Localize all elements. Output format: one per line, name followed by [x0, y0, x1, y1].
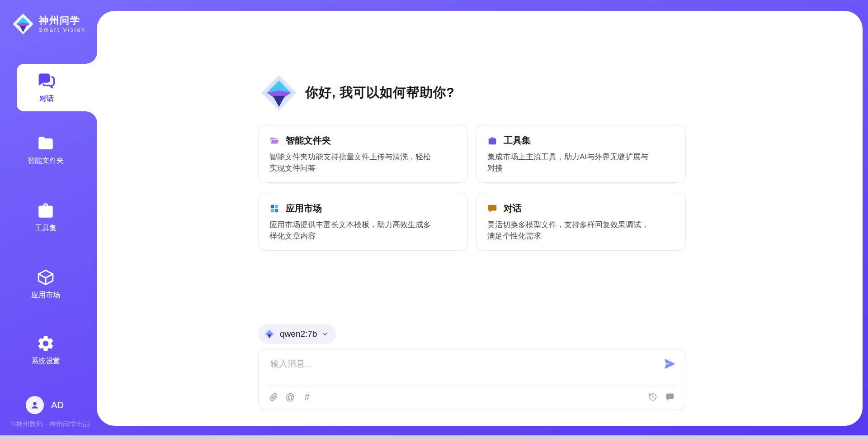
chat-icon [37, 72, 57, 91]
model-selector[interactable]: qwen2:7b [258, 324, 336, 344]
card-description: 灵活切换多模型文件，支持多样回复效果调试，满足个性化需求 [487, 219, 654, 242]
brand-name: 神州问学 [39, 15, 86, 25]
card-description: 应用市场提供丰富长文本模板，助力高效生成多样化文章内容 [269, 219, 436, 242]
user-account[interactable]: AD [26, 396, 64, 414]
window-bottom-edge [0, 435, 868, 439]
sidebar-item-app-market[interactable]: 应用市场 [0, 268, 91, 300]
sidebar-item-label: 系统设置 [31, 357, 60, 366]
card-description: 智能文件夹功能支持批量文件上传与清洗，轻松实现文件问答 [269, 151, 436, 174]
chat-bubble-icon [487, 204, 497, 214]
mention-button[interactable]: @ [285, 392, 295, 402]
composer-divider [268, 387, 676, 387]
history-icon [648, 392, 657, 401]
feature-cards: 智能文件夹 智能文件夹功能支持批量文件上传与清洗，轻松实现文件问答 工具集 集成… [258, 125, 686, 251]
briefcase-icon [36, 201, 55, 220]
grid-icon [269, 204, 279, 214]
hash-icon: # [304, 392, 309, 401]
greeting-text: 你好, 我可以如何帮助你? [305, 84, 454, 102]
sidebar-item-toolset[interactable]: 工具集 [0, 201, 91, 233]
briefcase-icon [487, 136, 497, 146]
app-window: 神州问学 Smart Vision 对话 智能文件夹 工具集 [0, 0, 868, 439]
copyright-text: ©神州数码 · 神州问学出品 [11, 420, 90, 429]
assistant-logo-icon [260, 74, 298, 112]
send-icon[interactable] [663, 358, 676, 370]
card-title: 智能文件夹 [286, 134, 331, 147]
card-toolset[interactable]: 工具集 集成市场上主流工具，助力AI与外界无缝扩展与对接 [476, 125, 686, 183]
sidebar: 神州问学 Smart Vision 对话 智能文件夹 工具集 [0, 0, 97, 439]
composer-tools-left: @ # [269, 392, 312, 402]
message-composer: @ # [258, 348, 685, 410]
card-chat[interactable]: 对话 灵活切换多模型文件，支持多样回复效果调试，满足个性化需求 [476, 193, 686, 251]
message-input[interactable] [269, 356, 642, 372]
history-button[interactable] [648, 392, 658, 402]
avatar [26, 396, 44, 414]
card-app-market[interactable]: 应用市场 应用市场提供丰富长文本模板，助力高效生成多样化文章内容 [258, 193, 468, 251]
brand-logo-icon [12, 13, 34, 35]
card-title: 工具集 [504, 134, 531, 147]
sidebar-item-settings[interactable]: 系统设置 [0, 334, 91, 366]
card-description: 集成市场上主流工具，助力AI与外界无缝扩展与对接 [487, 151, 654, 174]
feedback-bubble-icon [665, 392, 675, 401]
brand: 神州问学 Smart Vision [12, 13, 86, 35]
sidebar-item-label: 对话 [39, 94, 54, 104]
card-title: 应用市场 [286, 202, 322, 215]
card-smart-folder[interactable]: 智能文件夹 智能文件夹功能支持批量文件上传与清洗，轻松实现文件问答 [258, 125, 468, 183]
chevron-down-icon [321, 330, 329, 338]
user-label: AD [51, 400, 64, 410]
sidebar-item-label: 智能文件夹 [28, 156, 64, 166]
main-panel: 你好, 我可以如何帮助你? 智能文件夹 智能文件夹功能支持批量文件上传与清洗，轻… [97, 11, 863, 426]
model-logo-icon [264, 328, 275, 340]
sidebar-item-chat[interactable]: 对话 [17, 64, 97, 111]
greeting: 你好, 我可以如何帮助你? [260, 74, 454, 112]
feedback-button[interactable] [665, 392, 675, 402]
composer-tools-right [648, 392, 675, 402]
cube-icon [36, 268, 55, 287]
sidebar-item-smart-folder[interactable]: 智能文件夹 [0, 134, 91, 166]
hash-button[interactable]: # [302, 392, 312, 402]
brand-tagline: Smart Vision [39, 27, 86, 33]
model-name: qwen2:7b [280, 329, 317, 339]
paperclip-icon [269, 392, 278, 401]
mention-icon: @ [286, 392, 295, 401]
folder-open-icon [269, 136, 279, 146]
gear-icon [36, 334, 55, 353]
sidebar-item-label: 应用市场 [31, 291, 60, 300]
folder-icon [36, 134, 55, 153]
card-title: 对话 [504, 202, 522, 215]
attach-file-button[interactable] [269, 392, 278, 402]
sidebar-item-label: 工具集 [35, 224, 57, 233]
person-icon [29, 400, 40, 410]
